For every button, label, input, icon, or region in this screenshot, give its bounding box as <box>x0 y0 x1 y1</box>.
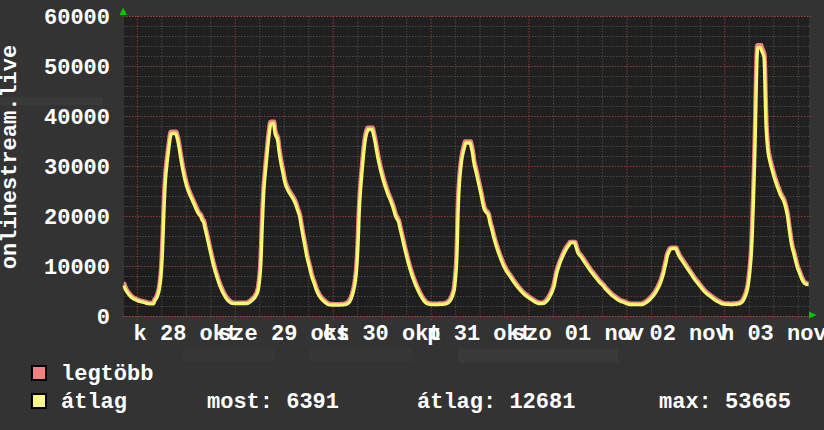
svg-text:0: 0 <box>97 306 110 331</box>
svg-text:átlag: átlag <box>61 390 127 415</box>
svg-text:20000: 20000 <box>44 206 110 231</box>
svg-text:onlinestream.live: onlinestream.live <box>0 45 23 269</box>
svg-text:30000: 30000 <box>44 156 110 181</box>
svg-text:40000: 40000 <box>44 106 110 131</box>
svg-text:50000: 50000 <box>44 56 110 81</box>
svg-text:most: 6391: most: 6391 <box>207 390 339 415</box>
svg-text:v 02 nov: v 02 nov <box>623 322 729 347</box>
svg-text:10000: 10000 <box>44 256 110 281</box>
svg-text:60000: 60000 <box>44 6 110 31</box>
svg-text:átlag: 12681: átlag: 12681 <box>417 390 575 415</box>
svg-text:max: 53665: max: 53665 <box>659 390 791 415</box>
svg-text:h 03 nov: h 03 nov <box>721 322 824 347</box>
svg-text:legtöbb: legtöbb <box>61 362 153 387</box>
svg-text:cs 30 okt: cs 30 okt <box>323 322 442 347</box>
